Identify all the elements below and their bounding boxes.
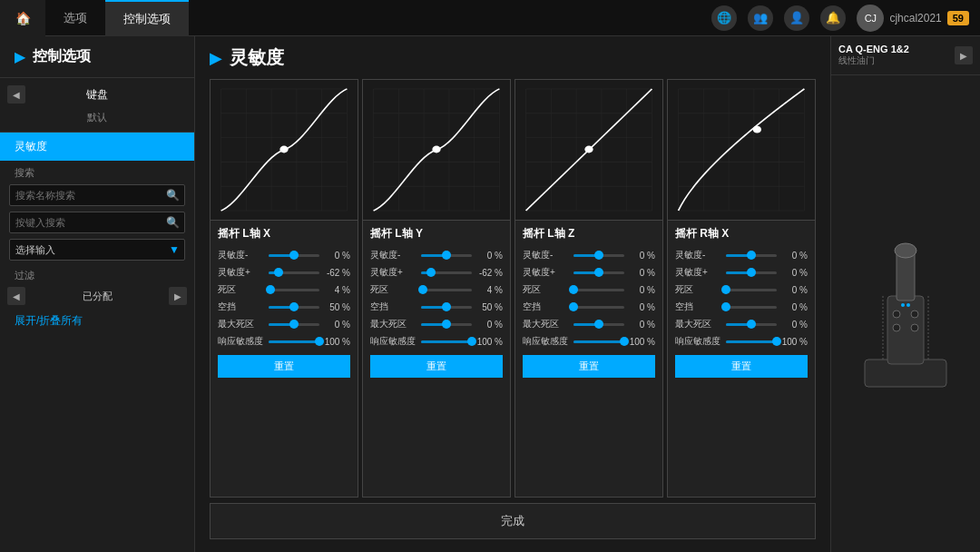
done-button[interactable]: 完成 <box>501 513 524 529</box>
slider-track-3-5[interactable] <box>726 340 777 343</box>
slider-track-3-0[interactable] <box>726 254 777 257</box>
slider-thumb-1-2[interactable] <box>418 285 427 294</box>
slider-thumb-1-3[interactable] <box>442 302 451 311</box>
param-value-1-3: 50 % <box>475 302 503 312</box>
notification-icon[interactable]: 🔔 <box>820 5 846 31</box>
slider-track-3-3[interactable] <box>726 306 777 309</box>
sidebar-title: 控制选项 <box>33 47 91 66</box>
reset-button-2[interactable]: 重置 <box>523 355 655 378</box>
param-value-3-5: 100 % <box>780 337 808 347</box>
device-panel-arrow[interactable]: ▶ <box>955 46 973 64</box>
reset-button-3[interactable]: 重置 <box>675 355 808 378</box>
filter-prev-button[interactable]: ◀ <box>7 287 25 305</box>
device-row: ◀ 键盘 <box>0 82 194 107</box>
slider-track-0-3[interactable] <box>269 306 319 309</box>
slider-thumb-3-1[interactable] <box>747 268 756 277</box>
param-row-0-1: 灵敏度+-62 % <box>218 265 350 280</box>
axis-label-0: 摇杆 L轴 X <box>218 226 350 242</box>
slider-thumb-3-5[interactable] <box>772 337 781 346</box>
sensitivity-modal: ▶ 灵敏度 摇杆 L轴 X灵敏度-0 %灵敏度+-62 %死区4 %空挡50 %… <box>195 36 830 552</box>
slider-thumb-0-1[interactable] <box>274 268 283 277</box>
slider-thumb-3-3[interactable] <box>721 302 730 311</box>
slider-track-2-5[interactable] <box>573 340 624 343</box>
param-row-0-2: 死区4 % <box>218 282 350 297</box>
slider-track-0-4[interactable] <box>269 323 319 326</box>
slider-thumb-3-0[interactable] <box>747 251 756 260</box>
globe-icon[interactable]: 🌐 <box>711 5 737 31</box>
slider-track-0-2[interactable] <box>269 289 319 291</box>
filter-row: ◀ 已分配 ▶ <box>0 284 194 308</box>
slider-thumb-1-5[interactable] <box>467 337 476 346</box>
slider-track-3-1[interactable] <box>726 271 777 274</box>
slider-thumb-3-2[interactable] <box>721 285 730 294</box>
slider-thumb-0-5[interactable] <box>315 337 324 346</box>
select-row: 选择输入 ▼ <box>0 236 194 263</box>
param-row-1-2: 死区4 % <box>370 282 503 297</box>
slider-track-0-5[interactable] <box>269 340 319 343</box>
friends-icon[interactable]: 👥 <box>748 5 773 31</box>
slider-track-1-0[interactable] <box>421 254 472 257</box>
slider-thumb-2-3[interactable] <box>569 302 578 311</box>
reset-button-1[interactable]: 重置 <box>370 355 503 378</box>
slider-thumb-2-4[interactable] <box>594 320 603 329</box>
svg-point-61 <box>906 303 910 307</box>
device-panel-name: CA Q-ENG 1&2 <box>838 44 909 54</box>
slider-track-0-1[interactable] <box>269 271 319 274</box>
param-name-1-1: 灵敏度+ <box>370 266 417 279</box>
slider-thumb-2-2[interactable] <box>569 285 578 294</box>
slider-track-2-4[interactable] <box>573 323 624 326</box>
slider-track-2-0[interactable] <box>573 254 624 257</box>
home-button[interactable]: 🏠 <box>0 0 45 36</box>
slider-track-2-3[interactable] <box>573 306 624 309</box>
slider-thumb-0-0[interactable] <box>289 251 299 260</box>
param-row-3-2: 死区0 % <box>675 282 808 297</box>
slider-thumb-1-1[interactable] <box>426 268 436 277</box>
search-name-input[interactable] <box>9 184 185 206</box>
slider-thumb-0-2[interactable] <box>266 285 275 294</box>
slider-thumb-2-0[interactable] <box>594 251 603 260</box>
param-row-2-2: 死区0 % <box>523 282 655 297</box>
slider-thumb-3-4[interactable] <box>747 320 756 329</box>
slider-track-3-4[interactable] <box>726 323 777 326</box>
param-name-3-2: 死区 <box>675 283 722 296</box>
slider-track-1-4[interactable] <box>421 323 472 326</box>
slider-track-1-2[interactable] <box>421 289 472 291</box>
axis-card-0: 摇杆 L轴 X灵敏度-0 %灵敏度+-62 %死区4 %空挡50 %最大死区0 … <box>210 79 358 498</box>
reset-button-0[interactable]: 重置 <box>218 355 350 378</box>
device-prev-button[interactable]: ◀ <box>7 85 25 104</box>
nav-control[interactable]: 控制选项 <box>105 0 189 36</box>
slider-track-3-2[interactable] <box>726 289 777 291</box>
nav-options[interactable]: 选项 <box>45 0 105 36</box>
slider-thumb-0-4[interactable] <box>289 320 299 329</box>
param-value-0-1: -62 % <box>323 268 350 278</box>
modal-header: ▶ 灵敏度 <box>210 45 816 70</box>
slider-thumb-2-5[interactable] <box>620 337 629 346</box>
chart-area-0 <box>211 80 358 221</box>
param-row-0-4: 最大死区0 % <box>218 317 350 331</box>
menu-sensitivity[interactable]: 灵敏度 <box>0 133 194 161</box>
param-value-1-5: 100 % <box>475 337 503 347</box>
param-value-3-2: 0 % <box>780 285 808 295</box>
expand-all-button[interactable]: 展开/折叠所有 <box>0 308 194 334</box>
slider-track-2-2[interactable] <box>573 289 624 291</box>
param-row-0-0: 灵敏度-0 % <box>218 248 350 262</box>
input-select[interactable]: 选择输入 <box>9 239 185 261</box>
slider-track-1-1[interactable] <box>421 271 472 274</box>
profile-icon[interactable]: 👤 <box>784 5 809 31</box>
slider-track-0-0[interactable] <box>269 254 319 257</box>
chart-area-1 <box>363 80 510 221</box>
slider-track-2-1[interactable] <box>573 271 624 274</box>
slider-track-1-5[interactable] <box>421 340 472 343</box>
param-name-2-3: 空挡 <box>523 301 570 313</box>
slider-thumb-0-3[interactable] <box>289 302 299 311</box>
slider-thumb-2-1[interactable] <box>594 268 603 277</box>
slider-track-1-3[interactable] <box>421 306 472 309</box>
search-key-input[interactable] <box>9 212 185 233</box>
param-value-0-5: 100 % <box>323 337 350 347</box>
slider-thumb-1-0[interactable] <box>442 251 451 260</box>
param-name-1-5: 响应敏感度 <box>370 335 417 348</box>
filter-next-button[interactable]: ▶ <box>169 287 187 305</box>
param-name-0-4: 最大死区 <box>218 318 265 330</box>
param-name-3-4: 最大死区 <box>675 318 722 330</box>
slider-thumb-1-4[interactable] <box>442 320 451 329</box>
